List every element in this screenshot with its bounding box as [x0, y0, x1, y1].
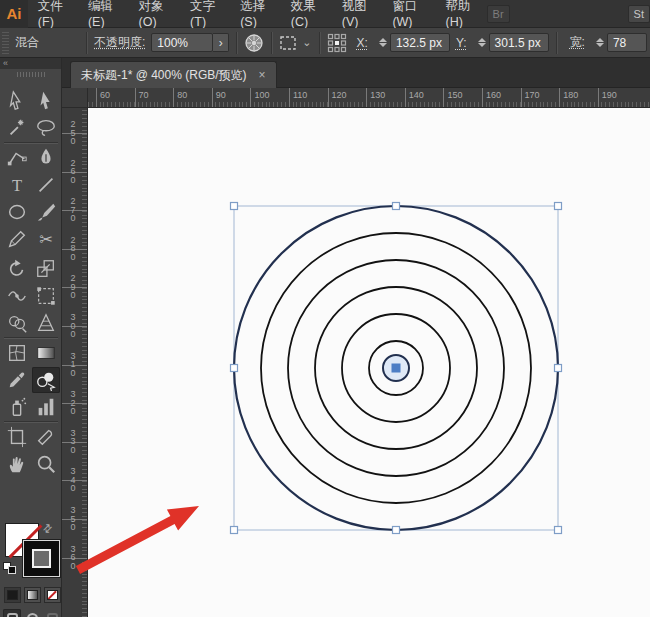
scissors-tool[interactable]: ✂: [32, 226, 60, 252]
artboard-tool-icon: [6, 426, 28, 448]
artboard-tool[interactable]: [3, 424, 31, 450]
menu-window[interactable]: 窗口(W): [382, 0, 435, 28]
lasso-tool[interactable]: [32, 115, 60, 141]
menu-effect[interactable]: 效果(C): [281, 0, 332, 28]
width-label[interactable]: 宽:: [564, 34, 591, 51]
menu-type[interactable]: 文字(T): [180, 0, 230, 28]
opacity-dropdown-button[interactable]: ›: [213, 33, 229, 52]
color-button[interactable]: [4, 587, 21, 603]
y-label[interactable]: Y:: [450, 36, 473, 50]
style-button[interactable]: St: [628, 5, 650, 23]
rotate-tool[interactable]: [3, 256, 31, 282]
rotate-tool-icon: [6, 258, 28, 280]
menu-select[interactable]: 选择(S): [230, 0, 281, 28]
menu-file[interactable]: 文件(F): [28, 0, 78, 28]
toolbar-separator: [4, 421, 58, 422]
direct-selection-tool[interactable]: [3, 88, 31, 114]
ruler-corner[interactable]: [62, 88, 88, 108]
selection-handle[interactable]: [555, 527, 562, 534]
width-tool[interactable]: [3, 283, 31, 309]
app-logo-icon[interactable]: Ai: [0, 0, 28, 28]
divider: [236, 32, 237, 54]
tools-panel: « ⇄: [0, 58, 62, 617]
vertical-ruler[interactable]: 250260270280290300310320330340350360: [62, 108, 88, 617]
menu-object[interactable]: 对象(O): [129, 0, 181, 28]
menu-view[interactable]: 视图(V): [332, 0, 383, 28]
paintbrush-tool[interactable]: [32, 199, 60, 225]
opacity-input[interactable]: 100%: [151, 33, 213, 52]
line-segment-tool-icon: [35, 174, 57, 196]
toolbar-separator: [4, 142, 58, 143]
mesh-tool[interactable]: [3, 340, 31, 366]
draw-inside-icon: [47, 613, 58, 617]
x-stepper[interactable]: [379, 38, 387, 47]
bridge-button[interactable]: Br: [487, 5, 510, 23]
select-similar-icon[interactable]: ⌄: [279, 34, 311, 52]
blend-tool[interactable]: [32, 367, 60, 393]
opacity-label[interactable]: 不透明度:: [94, 34, 145, 51]
menu-help[interactable]: 帮助(H): [436, 0, 487, 28]
h-ruler-label: 110: [289, 88, 307, 108]
selection-handle[interactable]: [555, 365, 562, 372]
type-tool[interactable]: T: [3, 172, 31, 198]
draw-behind-mode-button[interactable]: [23, 609, 41, 617]
width-stepper[interactable]: [596, 38, 604, 47]
free-transform-tool[interactable]: [32, 283, 60, 309]
ellipse-tool[interactable]: [3, 199, 31, 225]
y-input[interactable]: 301.5 px: [489, 33, 549, 52]
selection-handle[interactable]: [555, 203, 562, 210]
recolor-artwork-icon[interactable]: [244, 33, 264, 53]
draw-normal-mode-button[interactable]: [3, 609, 21, 617]
pencil-tool[interactable]: [3, 226, 31, 252]
color-swatch: [7, 590, 18, 600]
selection-center-point[interactable]: [392, 364, 401, 373]
column-graph-tool-icon: [35, 396, 57, 418]
hand-tool[interactable]: [3, 451, 31, 477]
close-tab-icon[interactable]: ×: [259, 68, 266, 82]
selection-handle[interactable]: [393, 527, 400, 534]
document-tab[interactable]: 未标题-1* @ 400% (RGB/预览) ×: [70, 61, 277, 88]
line-segment-tool[interactable]: [32, 172, 60, 198]
y-stepper[interactable]: [478, 38, 486, 47]
symbol-sprayer-tool[interactable]: [3, 394, 31, 420]
reference-point-locator[interactable]: [327, 33, 347, 53]
canvas[interactable]: [88, 108, 650, 617]
magic-wand-tool[interactable]: [3, 115, 31, 141]
swap-fill-stroke-icon[interactable]: ⇄: [40, 521, 56, 537]
shaper-tool[interactable]: [3, 145, 31, 171]
pen-tool[interactable]: [32, 145, 60, 171]
x-label[interactable]: X:: [351, 36, 374, 50]
horizontal-ruler[interactable]: 60708090100110120130140150160170180190: [88, 88, 650, 108]
slice-tool[interactable]: [32, 424, 60, 450]
perspective-grid-tool[interactable]: [32, 310, 60, 336]
collapse-panel-icon[interactable]: «: [3, 58, 8, 68]
draw-inside-mode-button[interactable]: [43, 609, 61, 617]
shaper-tool-icon: [6, 147, 28, 169]
h-ruler-label: 80: [173, 88, 187, 108]
tools-panel-grip[interactable]: [17, 72, 45, 77]
selection-handle[interactable]: [231, 527, 238, 534]
menu-edit[interactable]: 编辑(E): [78, 0, 129, 28]
tools-panel-header[interactable]: «: [0, 58, 61, 69]
zoom-tool[interactable]: [32, 451, 60, 477]
selection-handle[interactable]: [231, 203, 238, 210]
x-input[interactable]: 132.5 px: [390, 33, 450, 52]
eyedropper-tool[interactable]: [3, 367, 31, 393]
default-fill-stroke-icon[interactable]: [3, 562, 16, 574]
selection-handle[interactable]: [231, 365, 238, 372]
menu-bar: Ai 文件(F)编辑(E)对象(O)文字(T)选择(S)效果(C)视图(V)窗口…: [0, 0, 650, 28]
column-graph-tool[interactable]: [32, 394, 60, 420]
control-bar-grip[interactable]: [2, 32, 9, 54]
gradient-tool[interactable]: [32, 340, 60, 366]
gradient-swatch: [27, 590, 38, 600]
selection-tool[interactable]: [32, 88, 60, 114]
h-ruler-label: 100: [250, 88, 269, 108]
shape-builder-tool[interactable]: [3, 310, 31, 336]
gradient-button[interactable]: [24, 587, 41, 603]
svg-text:✂: ✂: [39, 230, 53, 248]
none-button[interactable]: [44, 587, 61, 603]
stroke-color-proxy[interactable]: [23, 540, 60, 577]
scale-tool[interactable]: [32, 256, 60, 282]
width-input[interactable]: 78: [607, 33, 647, 52]
selection-handle[interactable]: [393, 203, 400, 210]
